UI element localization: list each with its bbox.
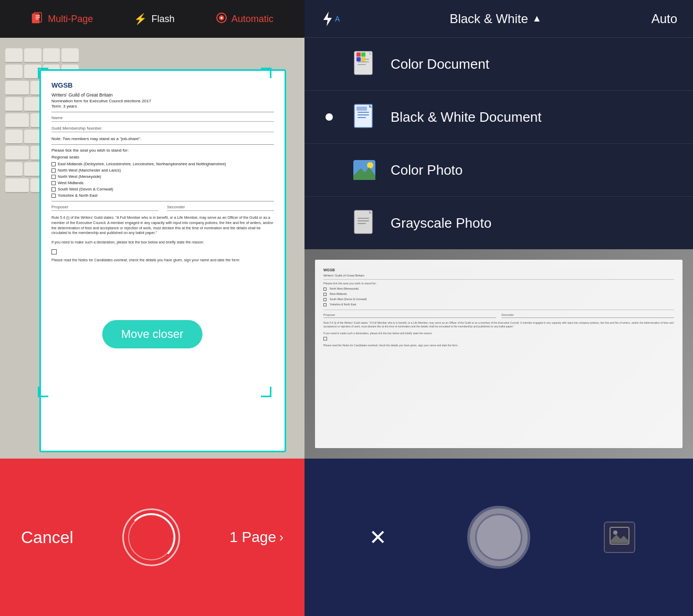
- move-closer-button[interactable]: Move closer: [102, 320, 203, 348]
- corner-tr: [261, 68, 271, 78]
- right-panel: A Black & White ▲ Auto: [304, 0, 693, 616]
- doc-rule-text: Rule 5.4 (i) of the Writers' Guild state…: [51, 215, 274, 236]
- doc-subtitle: Nomination form for Executive Council el…: [51, 99, 274, 103]
- move-closer-label: Move closer: [121, 327, 184, 341]
- right-toolbar: A Black & White ▲ Auto: [304, 0, 693, 38]
- svg-rect-31: [358, 220, 369, 221]
- svg-rect-12: [358, 61, 369, 62]
- svg-rect-14: [356, 52, 361, 57]
- doc-name-field: Name: [51, 115, 274, 122]
- multipage-button[interactable]: Multi-Page: [31, 12, 93, 27]
- selection-indicator-bw-doc: [326, 113, 333, 121]
- svg-rect-32: [358, 223, 366, 224]
- color-photo-label: Color Photo: [391, 162, 463, 178]
- svg-marker-8: [323, 12, 332, 26]
- multipage-icon: [31, 12, 44, 27]
- svg-rect-15: [361, 52, 365, 57]
- flash-a-label: A: [335, 15, 340, 23]
- svg-point-25: [367, 162, 373, 168]
- svg-rect-17: [361, 57, 365, 61]
- doc-term: Term: 3 years: [51, 104, 274, 109]
- svg-rect-23: [356, 107, 367, 111]
- right-shutter-button[interactable]: [467, 506, 530, 569]
- color-document-option[interactable]: Color Document: [304, 38, 693, 91]
- svg-point-7: [220, 17, 223, 19]
- page-count-label: 1 Page: [229, 529, 276, 546]
- page-count-button[interactable]: 1 Page ›: [229, 529, 284, 546]
- bw-document-option[interactable]: Black & White Document: [304, 91, 693, 144]
- left-toolbar: Multi-Page ⚡ Flash Automatic: [0, 0, 304, 38]
- doc-checkbox-5: South West (Devon & Cornwall): [51, 187, 274, 192]
- left-bottom-bar: Cancel 1 Page ›: [0, 459, 304, 616]
- doc-checkbox-6: Yorkshire & North East: [51, 193, 274, 198]
- svg-rect-28: [354, 210, 372, 233]
- auto-label[interactable]: Auto: [652, 12, 677, 26]
- flash-label: Flash: [151, 14, 174, 25]
- doc-declaration-text: If you need to make such a declaration, …: [51, 240, 274, 245]
- automatic-button[interactable]: Automatic: [216, 12, 274, 26]
- chevron-right-icon: ›: [279, 530, 284, 545]
- doc-title: Writers' Guild of Great Britain: [51, 92, 274, 98]
- camera-viewfinder: WGSB Writers' Guild of Great Britain Nom…: [0, 38, 304, 459]
- close-button[interactable]: ✕: [362, 522, 394, 553]
- doc-proposer: Proposer: [51, 205, 159, 211]
- color-document-label: Color Document: [391, 56, 489, 72]
- doc-notes-text: Please read the Notes for Candidates ove…: [51, 258, 274, 263]
- flash-icon: ⚡: [134, 13, 147, 25]
- color-photo-option[interactable]: Color Photo: [304, 144, 693, 197]
- gallery-button[interactable]: [604, 522, 635, 553]
- cancel-label: Cancel: [21, 528, 74, 547]
- doc-checkbox-1: East Midlands (Derbyshire, Leicestershir…: [51, 162, 274, 166]
- doc-tick-instruction: Please tick the seat you wish to stand f…: [51, 148, 274, 153]
- cancel-button[interactable]: Cancel: [21, 528, 74, 547]
- doc-regional-seats: Regional seats: [51, 155, 274, 160]
- gallery-icon: [609, 526, 630, 549]
- automatic-label: Automatic: [232, 14, 274, 25]
- doc-checkbox-3: North West (Merseyside): [51, 174, 274, 179]
- grayscale-photo-icon: [351, 209, 378, 237]
- grayscale-photo-label: Grayscale Photo: [391, 215, 491, 231]
- mode-dropdown: Color Document Black & White Document: [304, 38, 693, 249]
- svg-rect-21: [358, 114, 369, 115]
- document-preview: WGSB Writers' Guild of Great Britain Ple…: [304, 249, 693, 459]
- right-shutter-inner: [475, 514, 522, 561]
- svg-rect-20: [358, 112, 369, 113]
- shutter-arc: [127, 513, 175, 561]
- corner-br: [261, 387, 271, 397]
- doc-seconder: Seconder: [167, 205, 274, 211]
- shutter-inner: [128, 514, 174, 560]
- doc-guild-note: Note: Two members may stand as a "job-sh…: [51, 136, 274, 141]
- right-bottom-bar: ✕: [304, 459, 693, 616]
- color-document-icon: [351, 50, 378, 78]
- color-photo-icon: [351, 156, 378, 184]
- svg-rect-16: [356, 57, 361, 61]
- shutter-button[interactable]: [122, 508, 180, 566]
- bw-document-label: Black & White Document: [391, 109, 542, 125]
- svg-point-34: [613, 530, 617, 535]
- close-icon: ✕: [369, 525, 387, 549]
- document-scan: WGSB Writers' Guild of Great Britain Nom…: [39, 69, 286, 452]
- automatic-icon: [216, 12, 227, 26]
- mode-caret-icon: ▲: [532, 13, 542, 24]
- bw-document-icon: [351, 103, 378, 131]
- corner-tl: [38, 68, 48, 78]
- flash-button[interactable]: ⚡ Flash: [134, 13, 174, 25]
- flash-auto-icon[interactable]: A: [320, 10, 340, 27]
- multipage-label: Multi-Page: [48, 14, 93, 25]
- doc-logo: WGSB: [51, 81, 274, 89]
- svg-rect-30: [358, 218, 369, 219]
- doc-guild-number: Guild Membership Number: [51, 126, 274, 132]
- svg-rect-22: [358, 117, 366, 118]
- doc-checkbox-2: North West (Manchester and Lancs): [51, 168, 274, 173]
- app-container: Multi-Page ⚡ Flash Automatic: [0, 0, 693, 616]
- mode-label: Black & White: [449, 12, 528, 26]
- mode-title[interactable]: Black & White ▲: [449, 12, 541, 26]
- svg-marker-35: [610, 535, 629, 543]
- doc-checkbox-4: West Midlands: [51, 180, 274, 185]
- left-panel: Multi-Page ⚡ Flash Automatic: [0, 0, 304, 616]
- svg-rect-13: [358, 64, 366, 65]
- corner-bl: [38, 387, 48, 397]
- grayscale-photo-option[interactable]: Grayscale Photo: [304, 197, 693, 249]
